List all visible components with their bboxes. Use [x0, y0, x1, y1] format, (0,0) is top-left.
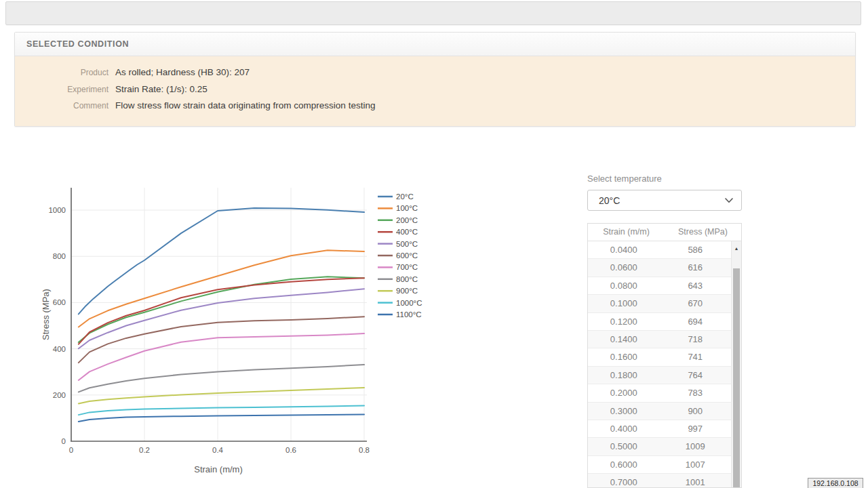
- table-row[interactable]: 0.60001007: [588, 456, 731, 474]
- table-row[interactable]: 0.0600616: [588, 259, 731, 277]
- table-cell: 1001: [660, 474, 732, 487]
- table-body: 0.04005860.06006160.08006430.10006700.12…: [588, 241, 731, 487]
- strain-stress-table: Strain (m/m) Stress (MPa) 0.04005860.060…: [587, 223, 742, 488]
- table-cell: 783: [660, 384, 732, 401]
- table-cell: 0.2000: [588, 384, 660, 401]
- column-header-strain: Strain (m/m): [588, 224, 665, 241]
- table-cell: 718: [660, 331, 732, 348]
- legend-label: 500°C: [396, 240, 418, 248]
- product-value: As rolled; Hardness (HB 30): 207: [115, 64, 250, 81]
- table-row[interactable]: 0.2000783: [588, 384, 731, 402]
- legend-label: 600°C: [396, 251, 418, 260]
- table-cell: 0.1200: [588, 313, 660, 330]
- table-cell: 900: [660, 403, 732, 420]
- table-cell: 741: [660, 348, 732, 365]
- legend-item-600°C[interactable]: 600°C: [378, 251, 418, 260]
- comment-label: Comment: [28, 98, 115, 115]
- condition-row-product: Product As rolled; Hardness (HB 30): 207: [28, 64, 842, 81]
- table-row[interactable]: 0.50001009: [588, 438, 731, 455]
- x-axis-title: Strain (m/m): [194, 464, 243, 474]
- scrollbar-thumb[interactable]: [733, 268, 740, 488]
- table-row[interactable]: 0.1400718: [588, 331, 731, 348]
- x-tick-label: 0.2: [139, 446, 150, 454]
- temperature-select-value: 20°C: [599, 195, 620, 206]
- series-line-700°C: [79, 333, 364, 380]
- table-row[interactable]: 0.0400586: [588, 241, 731, 259]
- temperature-select-label: Select temperature: [587, 174, 662, 184]
- table-cell: 0.3000: [588, 403, 660, 420]
- table-cell: 643: [660, 277, 732, 294]
- selected-condition-panel: SELECTED CONDITION Product As rolled; Ha…: [14, 32, 856, 127]
- table-cell: 1009: [660, 438, 732, 455]
- experiment-label: Experiment: [28, 81, 115, 98]
- y-tick-label: 800: [53, 252, 66, 260]
- table-cell: 997: [660, 420, 732, 437]
- y-tick-label: 400: [53, 345, 66, 353]
- legend-label: 800°C: [396, 275, 418, 283]
- series-line-200°C: [79, 277, 364, 342]
- legend-item-200°C[interactable]: 200°C: [378, 216, 418, 224]
- legend-item-900°C[interactable]: 900°C: [378, 287, 418, 295]
- table-cell: 694: [660, 313, 732, 330]
- table-cell: 1007: [660, 456, 732, 473]
- table-row[interactable]: 0.70001001: [588, 474, 731, 487]
- stress-strain-chart: 0200400600800100000.20.40.60.8Strain (m/…: [41, 183, 434, 481]
- top-toolbar: [5, 1, 861, 25]
- table-cell: 0.7000: [588, 474, 660, 487]
- chevron-down-icon: [725, 198, 733, 203]
- chart-svg: 0200400600800100000.20.40.60.8Strain (m/…: [41, 183, 434, 481]
- table-row[interactable]: 0.1600741: [588, 348, 731, 366]
- legend-item-20°C[interactable]: 20°C: [378, 192, 414, 201]
- table-cell: 670: [660, 295, 732, 312]
- legend-label: 400°C: [396, 228, 418, 236]
- legend-item-700°C[interactable]: 700°C: [378, 263, 418, 271]
- legend-item-1000°C[interactable]: 1000°C: [378, 299, 422, 307]
- table-row[interactable]: 0.1800764: [588, 367, 731, 384]
- legend-label: 200°C: [396, 216, 418, 224]
- table-row[interactable]: 0.3000900: [588, 403, 731, 420]
- table-row[interactable]: 0.1000670: [588, 295, 731, 312]
- series-line-400°C: [79, 278, 364, 344]
- experiment-value: Strain Rate: (1/s): 0.25: [115, 81, 208, 98]
- legend-label: 900°C: [396, 287, 418, 295]
- table-cell: 0.0600: [588, 259, 660, 276]
- legend-item-400°C[interactable]: 400°C: [378, 228, 418, 236]
- table-cell: 586: [660, 241, 732, 258]
- table-cell: 0.1600: [588, 348, 660, 365]
- table-cell: 0.4000: [588, 420, 660, 437]
- condition-row-experiment: Experiment Strain Rate: (1/s): 0.25: [28, 81, 842, 98]
- product-label: Product: [28, 64, 115, 81]
- x-tick-label: 0: [69, 446, 73, 454]
- y-tick-label: 1000: [48, 206, 66, 214]
- condition-row-comment: Comment Flow stress flow strain data ori…: [28, 98, 842, 115]
- table-row[interactable]: 0.4000997: [588, 420, 731, 438]
- column-header-stress: Stress (MPa): [665, 224, 741, 241]
- scrollbar-up-arrow-icon[interactable]: ▲: [732, 241, 741, 255]
- legend-item-500°C[interactable]: 500°C: [378, 240, 418, 248]
- table-cell: 0.1800: [588, 367, 660, 384]
- series-line-800°C: [79, 365, 364, 392]
- legend-item-800°C[interactable]: 800°C: [378, 275, 418, 283]
- comment-value: Flow stress flow strain data originating…: [115, 98, 375, 115]
- table-scrollbar[interactable]: ▲: [731, 241, 741, 487]
- legend-item-1100°C[interactable]: 1100°C: [378, 310, 422, 319]
- panel-title: SELECTED CONDITION: [26, 39, 129, 49]
- x-tick-label: 0.8: [359, 446, 370, 454]
- series-line-20°C: [79, 208, 364, 314]
- legend-label: 100°C: [396, 204, 418, 212]
- legend-label: 1100°C: [396, 310, 422, 319]
- table-cell: 0.1400: [588, 331, 660, 348]
- table-row[interactable]: 0.0800643: [588, 277, 731, 295]
- table-cell: 0.0400: [588, 241, 660, 258]
- selected-condition-body: Product As rolled; Hardness (HB 30): 207…: [15, 56, 855, 126]
- y-tick-label: 0: [62, 437, 66, 445]
- legend-item-100°C[interactable]: 100°C: [378, 204, 418, 212]
- table-cell: 616: [660, 259, 732, 276]
- legend-label: 1000°C: [396, 299, 422, 307]
- table-row[interactable]: 0.1200694: [588, 313, 731, 331]
- series-line-1100°C: [79, 414, 364, 422]
- table-cell: 0.1000: [588, 295, 660, 312]
- x-tick-label: 0.4: [212, 446, 224, 454]
- temperature-select[interactable]: 20°C: [587, 190, 742, 211]
- y-axis-title: Stress (MPa): [41, 289, 51, 340]
